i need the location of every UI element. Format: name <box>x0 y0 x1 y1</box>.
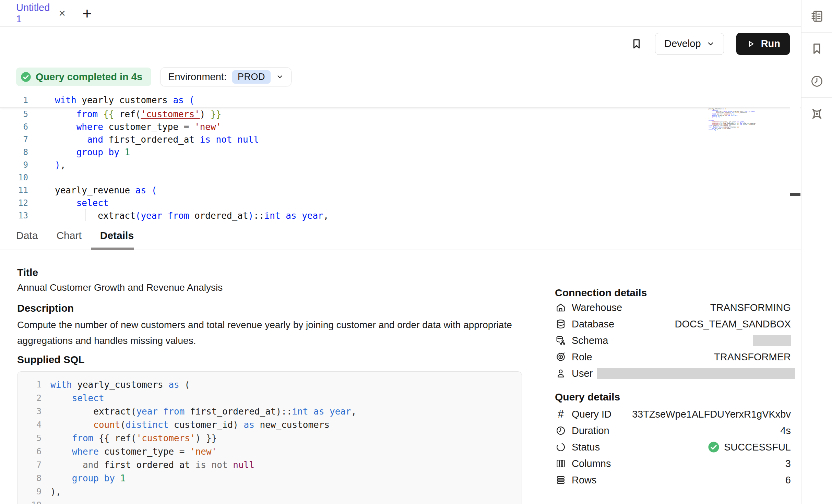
detail-row-rows: Rows6 <box>555 472 791 488</box>
sql-editor[interactable]: 1with yearly_customers as ( 5 from {{ re… <box>0 93 801 221</box>
code-line: 10 <box>17 498 522 504</box>
role-icon <box>555 352 567 362</box>
sidebar-button-bookmark[interactable] <box>801 33 832 65</box>
code-line: 7 and first_ordered_at is not null <box>0 133 801 146</box>
plus-icon[interactable]: + <box>76 0 98 26</box>
editor-scrollbar[interactable] <box>790 94 800 216</box>
play-icon <box>746 39 756 49</box>
code-line: 3 extract(year from first_ordered_at)::i… <box>17 405 522 418</box>
detail-row-value <box>753 335 791 346</box>
toolbar: Develop Run <box>0 27 801 61</box>
code-line: 8 group by 1 <box>0 146 801 158</box>
redacted-value <box>597 368 795 379</box>
bookmark-icon[interactable] <box>630 38 643 50</box>
detail-row-label: Columns <box>572 458 611 469</box>
line-number: 8 <box>0 147 38 157</box>
schema-icon <box>555 335 567 346</box>
tab-details[interactable]: Details <box>100 230 134 241</box>
close-icon[interactable]: ✕ <box>58 9 66 18</box>
chevron-down-icon <box>706 40 715 48</box>
detail-row-database: DatabaseDOCS_TEAM_SANDBOX <box>555 316 791 332</box>
supplied-sql-heading: Supplied SQL <box>17 354 516 365</box>
details-panel: Title Annual Customer Growth and Revenue… <box>0 267 801 492</box>
code-line: 12 select <box>0 196 801 209</box>
line-number: 4 <box>17 420 41 430</box>
hash-icon: # <box>555 408 567 420</box>
description-heading: Description <box>17 302 516 314</box>
right-icon-sidebar <box>801 0 832 504</box>
detail-row-value: TRANSFORMING <box>710 302 791 313</box>
detail-row-columns: Columns3 <box>555 455 791 472</box>
supplied-sql-code-block: 1with yearly_customers as (2 select3 ext… <box>17 371 522 504</box>
sidebar-button-history[interactable] <box>801 65 832 98</box>
clock-icon <box>555 425 567 436</box>
line-number: 1 <box>0 95 38 105</box>
develop-button[interactable]: Develop <box>655 33 724 55</box>
detail-row-duration: Duration4s <box>555 422 791 439</box>
code-line: 1with yearly_customers as ( <box>17 378 522 391</box>
detail-row-value: 3 <box>785 458 791 469</box>
code-line: 9), <box>0 158 801 171</box>
title-value: Annual Customer Growth and Revenue Analy… <box>17 282 516 293</box>
database-icon <box>555 319 567 329</box>
detail-row-label: Status <box>572 442 600 453</box>
line-number: 10 <box>0 173 38 182</box>
line-number: 12 <box>0 198 38 208</box>
code-line: 6 where customer_type = 'new' <box>0 120 801 133</box>
user-icon <box>555 368 567 379</box>
copilot-icon <box>810 107 824 121</box>
tab-bar: Untitled 1 ✕ + <box>0 0 801 27</box>
run-button[interactable]: Run <box>736 33 790 55</box>
editor-scrollbar-handle[interactable] <box>790 193 800 196</box>
line-number: 7 <box>0 135 38 144</box>
tab-chart[interactable]: Chart <box>56 230 81 241</box>
title-heading: Title <box>17 267 516 278</box>
line-number: 7 <box>17 460 41 470</box>
sidebar-button-copilot[interactable] <box>801 98 832 130</box>
line-number: 9 <box>17 487 41 496</box>
bookmark-icon <box>810 42 824 56</box>
environment-value-badge: PROD <box>232 70 271 84</box>
check-circle-icon <box>708 441 720 453</box>
line-number: 11 <box>0 185 38 195</box>
line-number: 6 <box>0 122 38 132</box>
detail-row-value: 33TZseWpe1ALFDUYerxR1gVKxbv <box>632 409 791 420</box>
connection-details-heading: Connection details <box>555 287 791 299</box>
code-line: 2 select <box>17 391 522 405</box>
line-number: 9 <box>0 160 38 170</box>
detail-row-value: SUCCESSFUL <box>708 441 791 453</box>
chevron-down-icon <box>276 73 284 81</box>
details-right-column: Connection details WarehouseTRANSFORMING… <box>555 267 791 488</box>
detail-row-schema: Schema <box>555 332 791 349</box>
code-line: 11yearly_revenue as ( <box>0 184 801 196</box>
line-number: 13 <box>0 211 38 220</box>
line-number: 5 <box>17 433 41 443</box>
develop-label: Develop <box>664 38 701 49</box>
tab-data[interactable]: Data <box>16 230 38 241</box>
line-number: 5 <box>0 109 38 119</box>
sidebar-button-notebook[interactable] <box>801 0 832 33</box>
code-line: 13 extract(year from ordered_at)::int as… <box>0 209 801 221</box>
notebook-icon <box>810 9 824 23</box>
line-number: 3 <box>17 406 41 416</box>
code-line: 5 from {{ ref('customers') }} <box>0 108 801 120</box>
query-status-text: Query completed in 4s <box>36 71 142 83</box>
detail-row-user: User <box>555 365 791 382</box>
detail-row-label: Database <box>572 319 614 330</box>
detail-row-label: Query ID <box>572 409 611 420</box>
loader-icon <box>555 442 567 452</box>
environment-selector[interactable]: Environment: PROD <box>160 67 292 86</box>
query-details-heading: Query details <box>555 391 791 403</box>
tab-untitled-1[interactable]: Untitled 1 ✕ <box>0 0 66 26</box>
detail-row-label: Schema <box>572 335 608 346</box>
detail-row-label: Warehouse <box>572 302 622 313</box>
connection-details-rows: WarehouseTRANSFORMINGDatabaseDOCS_TEAM_S… <box>555 299 791 382</box>
code-line: 10 <box>0 171 801 184</box>
tab-title: Untitled 1 <box>16 2 53 25</box>
detail-row-value: 6 <box>785 475 791 486</box>
code-line: 8 group by 1 <box>17 471 522 485</box>
detail-row-label: Duration <box>572 425 609 436</box>
code-line: 6 where customer_type = 'new' <box>17 445 522 458</box>
detail-row-value: 4s <box>780 425 791 436</box>
line-number: 1 <box>17 380 41 389</box>
